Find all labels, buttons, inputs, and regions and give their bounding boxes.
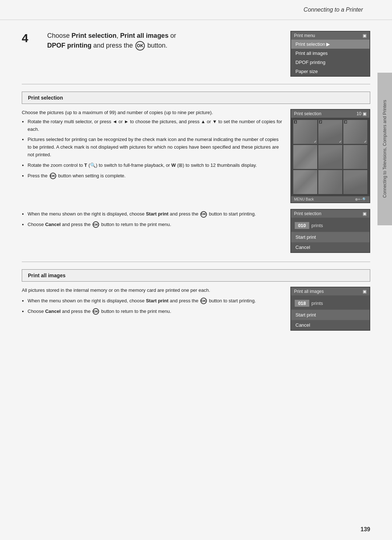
divider1	[22, 84, 370, 84]
print-all-header-icon: ▣	[363, 289, 367, 294]
confirm-header-title: Print selection	[294, 211, 321, 216]
thumb-img-9	[343, 170, 367, 194]
print-all-prints-label: prints	[311, 301, 323, 306]
bullet-3: Rotate the zoom control to T (🔍) to swit…	[28, 162, 283, 169]
thumb-cell-1: 1 ✓	[293, 120, 317, 144]
print-all-prints-row: 018 prints	[291, 295, 369, 310]
cancel-label: Cancel	[45, 222, 61, 227]
start-print-label: Start print	[146, 211, 168, 217]
check-2: ✓	[339, 140, 342, 144]
check-1: ✓	[314, 140, 317, 144]
print-all-title: Print all images	[22, 269, 370, 282]
right-tab: Connecting to Televisions, Computers and…	[377, 73, 392, 225]
thumb-cell-8	[318, 170, 342, 194]
thumb-cell-7	[293, 170, 317, 194]
page-number: 139	[360, 526, 370, 533]
print-selection-desc: Choose the pictures (up to a maximum of …	[22, 109, 283, 117]
print-menu-screen: Print menu ▣ Print selection ▶ Print all…	[290, 31, 370, 77]
thumb-cell-2: 2 ✓	[318, 120, 342, 144]
print-all-bullet-2: Choose Cancel and press the OK button to…	[28, 308, 283, 315]
print-menu-header: Print menu ▣	[291, 32, 369, 40]
thumb-screen-header: Print selection 10 ▣	[291, 110, 369, 118]
thumb-img-8	[318, 170, 342, 194]
print-all-start-text: Start print	[295, 312, 316, 318]
thumb-cell-9	[343, 170, 367, 194]
thumbnail-grid: 1 ✓ 2 ✓ 3 ✓	[291, 118, 369, 196]
thumb-img-7	[293, 170, 317, 194]
print-menu-title: Print menu	[294, 33, 315, 38]
page: Connecting to a Printer Connecting to Te…	[0, 0, 392, 540]
thumb-img-6	[343, 145, 367, 169]
confirm-screen-header: Print selection ▣	[291, 210, 369, 218]
divider2	[22, 262, 370, 262]
step-number: 4	[22, 32, 36, 45]
right-tab-label: Connecting to Televisions, Computers and…	[382, 100, 388, 198]
print-selection-section: Print selection Choose the pictures (up …	[22, 92, 370, 253]
step4-text: Choose Print selection, Print all images…	[47, 31, 279, 51]
copy-num-2: 2	[319, 120, 322, 124]
ok-icon-all2: OK	[93, 308, 99, 315]
print-selection-confirm-screen: Print selection ▣ 010 prints Start print…	[290, 209, 370, 253]
step4-comma: ,	[117, 32, 120, 39]
prints-row: 010 prints	[291, 218, 369, 232]
bullet-1: Rotate the rotary multi selector, or pre…	[28, 118, 283, 133]
thumb-footer: MENU Back ⊕+−🔍	[291, 196, 369, 202]
cancel-all-label: Cancel	[45, 309, 61, 314]
menu-item-label: Print selection	[295, 41, 325, 47]
bullet-4: Press the OK button when setting is comp…	[28, 172, 283, 180]
page-header: Connecting to a Printer	[0, 0, 392, 20]
thumb-cell-5	[318, 145, 342, 169]
arrow-icon: ▶	[326, 41, 330, 47]
menu-item-paper-size: Paper size	[291, 67, 369, 76]
thumb-footer-left: MENU Back	[294, 197, 314, 201]
confirm-header-icon: ▣	[363, 211, 367, 216]
bullet-2: Pictures selected for printing can be re…	[28, 136, 283, 158]
print-selection-text: Choose the pictures (up to a maximum of …	[22, 109, 283, 203]
menu-item-dpof: DPOF printing	[291, 58, 369, 67]
thumb-count: 10 ▣	[356, 111, 367, 116]
thumb-screen: Print selection 10 ▣ 1 ✓ 2 ✓	[290, 109, 370, 203]
copy-num-1: 1	[294, 120, 297, 124]
thumb-cell-6	[343, 145, 367, 169]
start-print-all-label: Start print	[146, 298, 168, 303]
print-all-bullets: When the menu shown on the right is disp…	[22, 297, 283, 315]
print-all-bullet-1: When the menu shown on the right is disp…	[28, 297, 283, 305]
thumb-img-4	[293, 145, 317, 169]
step4-end: and press the	[91, 42, 135, 49]
step4-bold2: Print all images	[120, 32, 168, 39]
ok-inline-icon: OK	[50, 173, 56, 179]
thumb-header-title: Print selection	[294, 111, 321, 116]
print-all-confirm-screen: Print all images ▣ 018 prints Start prin…	[290, 287, 370, 331]
step4-section: 4 Choose Print selection, Print all imag…	[22, 31, 370, 77]
ok-icon-all1: OK	[200, 298, 207, 304]
copy-num-3: 3	[344, 120, 347, 124]
print-all-cancel-text: Cancel	[295, 322, 310, 328]
thumb-cell-3: 3 ✓	[343, 120, 367, 144]
print-selection-content: Choose the pictures (up to a maximum of …	[22, 109, 370, 203]
start-print-action: Start print	[291, 232, 369, 242]
print-selection-confirm-text: When the menu shown on the right is disp…	[22, 209, 283, 231]
menu-item-print-selection: Print selection ▶	[291, 40, 369, 49]
print-all-header-title: Print all images	[294, 289, 324, 294]
print-all-text: All pictures stored in the internal memo…	[22, 287, 283, 318]
thumb-img-5	[318, 145, 342, 169]
confirm-bullet-1: When the menu shown on the right is disp…	[28, 210, 283, 218]
step4-bold3: DPOF printing	[47, 42, 91, 49]
step4-or: or	[168, 32, 176, 39]
confirm-bullet-2: Choose Cancel and press the OK button to…	[28, 221, 283, 229]
prints-label: prints	[311, 223, 323, 228]
print-all-screen-header: Print all images ▣	[291, 287, 369, 295]
ok-icon-confirm1: OK	[200, 211, 207, 218]
print-selection-bullets: Rotate the rotary multi selector, or pre…	[22, 118, 283, 180]
cancel-action: Cancel	[291, 242, 369, 252]
ok-icon-confirm2: OK	[93, 221, 99, 228]
print-all-start-action: Start print	[291, 310, 369, 320]
print-all-prints-value: 018	[295, 300, 309, 307]
menu-item-print-all: Print all images	[291, 49, 369, 58]
print-all-desc: All pictures stored in the internal memo…	[22, 287, 283, 294]
print-selection-confirm: When the menu shown on the right is disp…	[22, 209, 370, 253]
confirm-bullets: When the menu shown on the right is disp…	[22, 210, 283, 229]
start-print-text: Start print	[295, 234, 316, 240]
print-all-content: All pictures stored in the internal memo…	[22, 287, 370, 331]
header-title: Connecting to a Printer	[303, 7, 363, 13]
